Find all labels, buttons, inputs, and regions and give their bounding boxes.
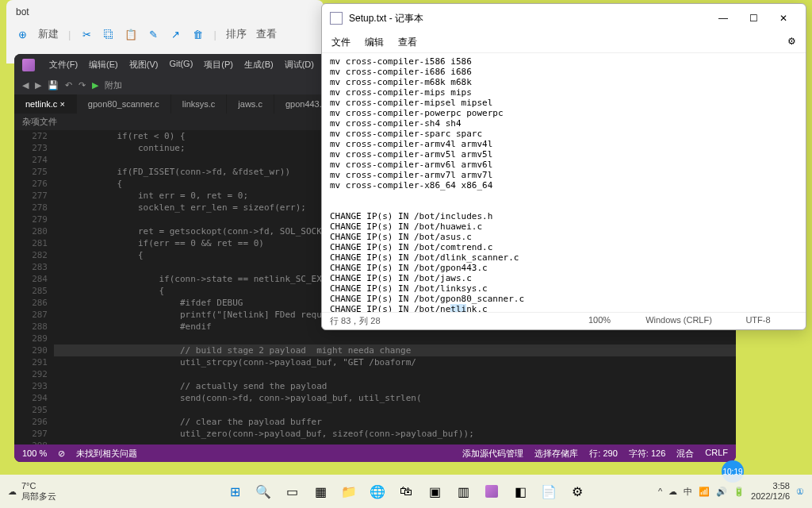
cut-icon[interactable]: ✂ — [80, 28, 93, 40]
menu-view[interactable]: 视图(V) — [129, 59, 159, 71]
subbar-file[interactable]: 杂项文件 — [22, 116, 57, 128]
minimize-button[interactable]: — — [709, 9, 737, 28]
delete-icon[interactable]: 🗑 — [191, 28, 204, 40]
new-btn[interactable]: 新建 — [38, 27, 59, 41]
close-button[interactable]: ✕ — [769, 9, 798, 28]
notepad-titlebar[interactable]: Setup.txt - 记事本 — ☐ ✕ — [322, 4, 806, 33]
tab-gpon80[interactable]: gpon80_scanner.c — [77, 94, 171, 114]
widgets-icon[interactable]: ▦ — [308, 479, 333, 504]
np-status-pos: 行 83，列 28 — [330, 315, 560, 327]
notepad-title: Setup.txt - 记事本 — [349, 12, 709, 25]
status-issues[interactable]: 未找到相关问题 — [76, 448, 137, 460]
notepad-taskbar-icon[interactable]: 📄 — [536, 479, 561, 504]
view-btn[interactable]: 查看 — [256, 27, 277, 41]
clock-date: 2022/12/6 — [751, 491, 790, 502]
vs-logo-icon — [22, 59, 35, 71]
vs-taskbar-icon[interactable] — [479, 479, 504, 504]
menu-git[interactable]: Git(G) — [169, 59, 193, 71]
weather-temp: 7°C — [21, 481, 56, 491]
np-menu-file[interactable]: 文件 — [331, 36, 350, 49]
np-menu-edit[interactable]: 编辑 — [365, 36, 384, 49]
undo-icon[interactable]: ↶ — [65, 80, 72, 90]
gear-icon[interactable]: ⚙ — [787, 36, 796, 49]
explorer-toolbar: ⊕ 新建 | ✂ ⿻ 📋 ✎ ↗ 🗑 | 排序 查看 — [6, 24, 324, 44]
notifications-icon[interactable]: ① — [796, 487, 804, 497]
status-scm2[interactable]: 选择存储库 — [534, 448, 578, 460]
app3-icon[interactable]: ◧ — [508, 479, 533, 504]
search-icon[interactable]: 🔍 — [251, 479, 276, 504]
app2-icon[interactable]: ▥ — [450, 479, 476, 504]
close-icon[interactable]: × — [59, 99, 64, 109]
menu-debug[interactable]: 调试(D) — [285, 59, 314, 71]
status-zoom[interactable]: 100 % — [22, 448, 47, 458]
taskview-icon[interactable]: ▭ — [279, 479, 304, 504]
app-icon[interactable]: ▣ — [422, 479, 447, 504]
np-menu-view[interactable]: 查看 — [398, 36, 417, 49]
explorer-icon[interactable]: 📁 — [336, 479, 362, 504]
weather-cond: 局部多云 — [21, 491, 56, 502]
chevron-up-icon[interactable]: ^ — [658, 487, 662, 496]
maximize-button[interactable]: ☐ — [739, 9, 768, 28]
status-chars[interactable]: 字符: 126 — [629, 448, 665, 460]
edge-icon[interactable]: 🌐 — [365, 479, 390, 504]
notepad-window[interactable]: Setup.txt - 记事本 — ☐ ✕ 文件 编辑 查看 ⚙ mv cros… — [321, 3, 806, 330]
taskbar-clock[interactable]: 3:58 2022/12/6 — [751, 481, 790, 502]
store-icon[interactable]: 🛍 — [393, 479, 419, 504]
tray-lang-icon[interactable]: 中 — [684, 486, 692, 498]
menu-file[interactable]: 文件(F) — [49, 59, 78, 71]
back-icon[interactable]: ◀ — [22, 80, 29, 90]
taskbar[interactable]: ☁ 7°C 局部多云 ⊞ 🔍 ▭ ▦ 📁 🌐 🛍 ▣ ▥ ◧ 📄 ⚙ ^ ☁ 中… — [0, 475, 812, 508]
notepad-content[interactable]: mv cross-compiler-i586 i586mv cross-comp… — [322, 53, 806, 312]
tray-volume-icon[interactable]: 🔊 — [716, 487, 727, 497]
status-line[interactable]: 行: 290 — [589, 448, 617, 460]
tab-linksys[interactable]: linksys.c — [171, 94, 228, 114]
status-scm1[interactable]: 添加源代码管理 — [462, 448, 523, 460]
system-tray[interactable]: ^ ☁ 中 📶 🔊 🔋 3:58 2022/12/6 ① — [658, 481, 804, 502]
status-issues-icon: ⊘ — [58, 448, 65, 459]
tab-jaws[interactable]: jaws.c — [227, 94, 274, 114]
start-button[interactable]: ⊞ — [222, 479, 247, 504]
notepad-icon — [330, 12, 343, 25]
tray-cloud-icon[interactable]: ☁ — [668, 487, 677, 497]
status-eol[interactable]: CRLF — [705, 448, 728, 460]
line-gutter: 2722732742752762772782792802812822832842… — [14, 130, 54, 444]
tray-battery-icon[interactable]: 🔋 — [733, 487, 745, 497]
menu-build[interactable]: 生成(B) — [244, 59, 274, 71]
taskbar-center: ⊞ 🔍 ▭ ▦ 📁 🌐 🛍 ▣ ▥ ◧ 📄 ⚙ — [222, 479, 590, 504]
share-icon[interactable]: ↗ — [169, 28, 182, 40]
tab-netlink[interactable]: netlink.c × — [14, 94, 77, 114]
tray-wifi-icon[interactable]: 📶 — [699, 487, 710, 497]
settings-icon[interactable]: ⚙ — [565, 479, 590, 504]
taskbar-weather[interactable]: ☁ 7°C 局部多云 — [8, 481, 56, 502]
run-label[interactable]: 附加 — [105, 79, 122, 91]
np-status-enc: UTF-8 — [718, 315, 798, 327]
fwd-icon[interactable]: ▶ — [35, 80, 41, 90]
notepad-statusbar: 行 83，列 28 100% Windows (CRLF) UTF-8 — [322, 312, 806, 329]
menu-project[interactable]: 项目(P) — [204, 59, 233, 71]
redo-icon[interactable]: ↷ — [79, 80, 86, 90]
weather-icon: ☁ — [8, 487, 17, 497]
notepad-menu: 文件 编辑 查看 ⚙ — [322, 33, 806, 53]
vs-statusbar: 100 % ⊘ 未找到相关问题 添加源代码管理 选择存储库 行: 290 字符:… — [14, 444, 736, 462]
copy-icon[interactable]: ⿻ — [102, 28, 115, 40]
menu-edit[interactable]: 编辑(E) — [89, 59, 118, 71]
explorer-title: bot — [6, 0, 324, 24]
np-status-eol: Windows (CRLF) — [639, 315, 718, 327]
np-status-zoom: 100% — [560, 315, 639, 327]
status-mode[interactable]: 混合 — [676, 448, 694, 460]
run-icon[interactable]: ▶ — [92, 80, 98, 90]
paste-icon[interactable]: 📋 — [124, 28, 137, 40]
rename-icon[interactable]: ✎ — [147, 28, 159, 40]
new-icon[interactable]: ⊕ — [16, 28, 29, 40]
clock-time: 3:58 — [751, 481, 790, 491]
save-icon[interactable]: 💾 — [48, 80, 59, 90]
sort-btn[interactable]: 排序 — [226, 27, 247, 41]
